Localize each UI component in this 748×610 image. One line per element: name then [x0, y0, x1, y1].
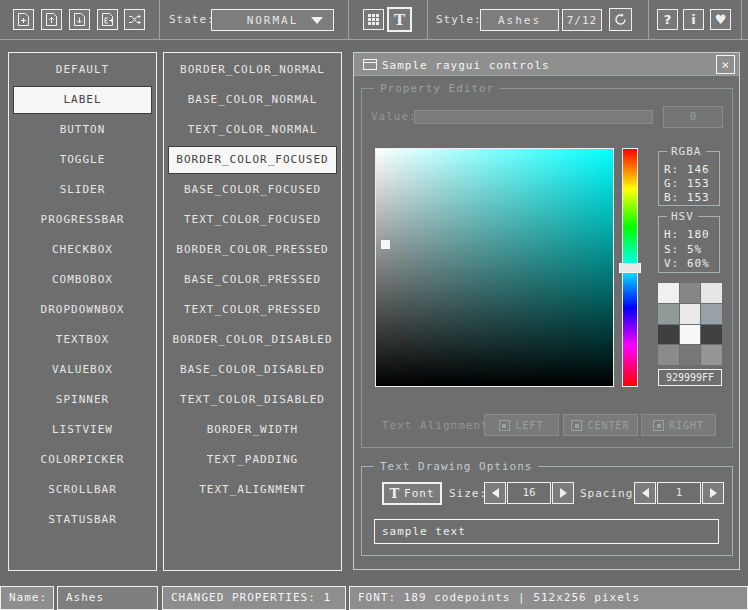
- saturation-value-gradient[interactable]: [376, 149, 613, 386]
- font-button[interactable]: T Font: [382, 482, 442, 505]
- spacing-value-box[interactable]: 1: [657, 482, 701, 504]
- spacing-increase-button[interactable]: [702, 482, 724, 504]
- color-swatch-eaeaea[interactable]: [680, 304, 701, 324]
- list-item-text_alignment[interactable]: TEXT_ALIGNMENT: [168, 476, 337, 504]
- color-swatch-f0f0f0[interactable]: [658, 283, 679, 303]
- list-item-colorpicker[interactable]: COLORPICKER: [13, 446, 152, 474]
- list-item-text_color_focused[interactable]: TEXT_COLOR_FOCUSED: [168, 206, 337, 234]
- color-swatch-e6e6e6[interactable]: [701, 283, 722, 303]
- align-left-icon: [499, 420, 510, 431]
- list-item-base_color_focused[interactable]: BASE_COLOR_FOCUSED: [168, 176, 337, 204]
- list-item-toggle[interactable]: TOGGLE: [13, 146, 152, 174]
- new-file-button[interactable]: [13, 9, 34, 30]
- sample-controls-window: Sample raygui controls × Property Editor…: [353, 52, 740, 570]
- text-tool-icon: T: [394, 11, 405, 29]
- size-decrease-button[interactable]: [484, 482, 506, 504]
- color-swatch-959595[interactable]: [701, 345, 722, 365]
- changed-properties-status: CHANGED PROPERTIES: 1: [162, 586, 346, 610]
- value-box[interactable]: 0: [663, 106, 723, 128]
- hex-color-box[interactable]: 929999FF: [658, 369, 722, 386]
- window-titlebar[interactable]: Sample raygui controls ×: [354, 53, 739, 76]
- hue-slider-handle[interactable]: [619, 263, 641, 273]
- color-swatch-8b8b8b[interactable]: [658, 345, 679, 365]
- list-item-slider[interactable]: SLIDER: [13, 176, 152, 204]
- state-dropdown[interactable]: NORMAL: [211, 9, 334, 31]
- color-swatch-929999[interactable]: [658, 304, 679, 324]
- export-file-button[interactable]: [97, 9, 118, 30]
- list-item-border_color_normal[interactable]: BORDER_COLOR_NORMAL: [168, 56, 337, 84]
- list-item-border_color_disabled[interactable]: BORDER_COLOR_DISABLED: [168, 326, 337, 354]
- new-file-icon: [16, 12, 31, 27]
- list-item-progressbar[interactable]: PROGRESSBAR: [13, 206, 152, 234]
- list-item-text_color_disabled[interactable]: TEXT_COLOR_DISABLED: [168, 386, 337, 414]
- size-value-box[interactable]: 16: [507, 482, 551, 504]
- list-item-button[interactable]: BUTTON: [13, 116, 152, 144]
- properties-items: BORDER_COLOR_NORMALBASE_COLOR_NORMALTEXT…: [164, 56, 341, 504]
- hsv-v-value: V: 60%: [664, 257, 710, 270]
- toolbar: State: NORMAL T Style: Ashes 7/12: [0, 0, 748, 40]
- style-counter-button[interactable]: 7/12: [562, 9, 602, 31]
- arrow-left-icon: [492, 488, 499, 498]
- list-item-text_padding[interactable]: TEXT_PADDING: [168, 446, 337, 474]
- align-center-icon: [571, 420, 582, 431]
- hue-bar[interactable]: [622, 148, 638, 387]
- list-item-textbox[interactable]: TEXTBOX: [13, 326, 152, 354]
- align-left-button[interactable]: LEFT: [484, 414, 559, 436]
- list-item-border_color_pressed[interactable]: BORDER_COLOR_PRESSED: [168, 236, 337, 264]
- spacing-decrease-button[interactable]: [634, 482, 656, 504]
- help-button[interactable]: ?: [657, 9, 678, 30]
- style-combobox-value: Ashes: [498, 14, 541, 27]
- info-icon: i: [691, 12, 695, 27]
- list-item-dropdownbox[interactable]: DROPDOWNBOX: [13, 296, 152, 324]
- list-item-checkbox[interactable]: CHECKBOX: [13, 236, 152, 264]
- statusbar: Name: Ashes CHANGED PROPERTIES: 1 FONT: …: [0, 586, 748, 610]
- save-file-button[interactable]: [69, 9, 90, 30]
- info-button[interactable]: i: [683, 9, 704, 30]
- style-counter-value: 7/12: [567, 14, 598, 27]
- size-label: Size:: [449, 487, 487, 500]
- color-swatch-f6f6f6[interactable]: [680, 325, 701, 345]
- reload-style-button[interactable]: [609, 8, 632, 31]
- color-picker-cursor[interactable]: [381, 240, 390, 249]
- list-item-combobox[interactable]: COMBOBOX: [13, 266, 152, 294]
- color-swatch-777777[interactable]: [680, 345, 701, 365]
- close-button[interactable]: ×: [716, 55, 735, 74]
- list-item-label[interactable]: LABEL: [13, 86, 152, 114]
- rgba-g-value: G: 153: [664, 177, 710, 190]
- arrow-left-icon: [642, 488, 649, 498]
- list-item-default[interactable]: DEFAULT: [13, 56, 152, 84]
- value-slider[interactable]: [414, 110, 653, 124]
- list-item-text_color_pressed[interactable]: TEXT_COLOR_PRESSED: [168, 296, 337, 324]
- list-item-base_color_pressed[interactable]: BASE_COLOR_PRESSED: [168, 266, 337, 294]
- list-item-base_color_normal[interactable]: BASE_COLOR_NORMAL: [168, 86, 337, 114]
- list-item-base_color_disabled[interactable]: BASE_COLOR_DISABLED: [168, 356, 337, 384]
- arrow-right-icon: [560, 488, 567, 498]
- random-style-button[interactable]: [124, 9, 145, 30]
- color-swatch-3f3f3f[interactable]: [658, 325, 679, 345]
- shuffle-icon: [127, 12, 142, 27]
- sponsor-button[interactable]: ♥: [710, 9, 731, 30]
- list-item-statusbar[interactable]: STATUSBAR: [13, 506, 152, 534]
- style-combobox[interactable]: Ashes: [480, 9, 559, 31]
- color-picker-panel[interactable]: [375, 148, 614, 387]
- open-file-button[interactable]: [41, 9, 62, 30]
- size-increase-button[interactable]: [552, 482, 574, 504]
- align-center-button[interactable]: CENTER: [563, 414, 638, 436]
- property-editor-group-label: Property Editor: [374, 82, 500, 95]
- color-swatch-414141[interactable]: [701, 325, 722, 345]
- sample-text-input[interactable]: sample text: [374, 519, 719, 544]
- color-swatch-868686[interactable]: [680, 283, 701, 303]
- align-right-button[interactable]: RIGHT: [641, 414, 716, 436]
- text-edit-toggle[interactable]: T: [387, 7, 412, 32]
- window-icon: [363, 59, 377, 70]
- list-item-text_color_normal[interactable]: TEXT_COLOR_NORMAL: [168, 116, 337, 144]
- list-item-spinner[interactable]: SPINNER: [13, 386, 152, 414]
- grid-view-button[interactable]: [363, 9, 384, 30]
- list-item-valuebox[interactable]: VALUEBOX: [13, 356, 152, 384]
- list-item-border_width[interactable]: BORDER_WIDTH: [168, 416, 337, 444]
- style-name-input[interactable]: Ashes: [57, 586, 158, 610]
- list-item-border_color_focused[interactable]: BORDER_COLOR_FOCUSED: [168, 146, 337, 174]
- list-item-scrollbar[interactable]: SCROLLBAR: [13, 476, 152, 504]
- list-item-listview[interactable]: LISTVIEW: [13, 416, 152, 444]
- color-swatch-98a1a8[interactable]: [701, 304, 722, 324]
